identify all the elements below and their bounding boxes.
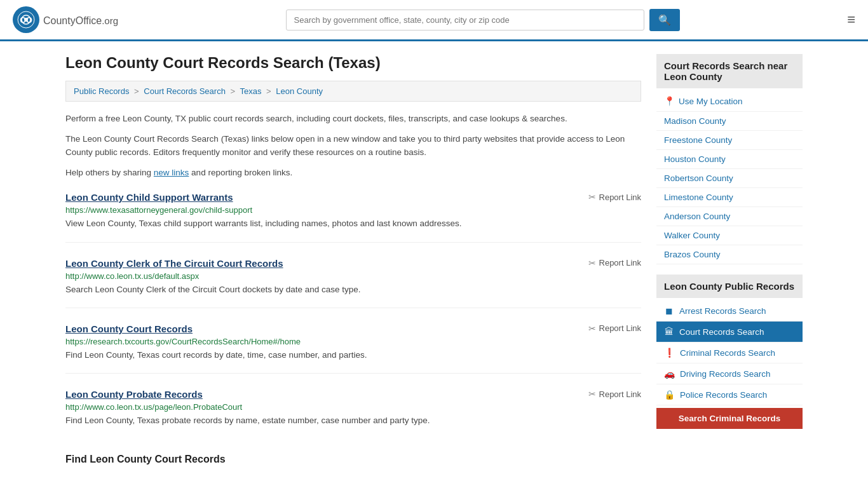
desc3-post: and reporting broken links. bbox=[189, 168, 292, 177]
driving-label: Driving Records Search bbox=[680, 369, 771, 379]
report-link-0[interactable]: ✂ Report Link bbox=[588, 192, 641, 202]
logo-name: CountyOffice bbox=[43, 15, 102, 26]
description-text-1: Perform a free Leon County, TX public co… bbox=[65, 112, 641, 126]
main-container: Leon County Court Records Search (Texas)… bbox=[53, 41, 815, 483]
sidebar-police-records[interactable]: 🔒 Police Records Search bbox=[656, 384, 803, 405]
public-records-section: Leon County Public Records ◼ Arrest Reco… bbox=[656, 274, 803, 429]
breadcrumb-sep1: > bbox=[134, 86, 139, 96]
sidebar: Court Records Search near Leon County 📍 … bbox=[656, 54, 803, 470]
search-area: 🔍 bbox=[286, 9, 680, 31]
report-icon-2: ✂ bbox=[588, 323, 596, 334]
search-input[interactable] bbox=[286, 10, 644, 30]
find-section-title: Find Leon County Court Records bbox=[65, 454, 641, 465]
description-area: Perform a free Leon County, TX public co… bbox=[65, 112, 641, 179]
arrest-icon: ◼ bbox=[664, 306, 674, 316]
svg-point-3 bbox=[24, 18, 28, 22]
nearby-section: Court Records Search near Leon County 📍 … bbox=[656, 54, 803, 264]
record-item-2: Leon County Court Records ✂ Report Link … bbox=[65, 323, 641, 374]
criminal-label: Criminal Records Search bbox=[680, 348, 775, 358]
record-title-1[interactable]: Leon County Clerk of The Circuit Court R… bbox=[65, 258, 283, 269]
report-icon-1: ✂ bbox=[588, 258, 596, 268]
report-label-1: Report Link bbox=[599, 258, 641, 268]
report-link-3[interactable]: ✂ Report Link bbox=[588, 389, 641, 399]
sidebar-court-records[interactable]: 🏛 Court Records Search bbox=[656, 322, 803, 342]
header: CO CountyOffice.org 🔍 ≡ bbox=[0, 0, 868, 41]
search-button[interactable]: 🔍 bbox=[649, 9, 680, 31]
report-link-2[interactable]: ✂ Report Link bbox=[588, 323, 641, 334]
report-label-3: Report Link bbox=[599, 390, 641, 399]
record-title-2[interactable]: Leon County Court Records bbox=[65, 323, 193, 334]
record-desc-0: View Leon County, Texas child support wa… bbox=[65, 217, 641, 230]
breadcrumb-public-records[interactable]: Public Records bbox=[74, 86, 129, 96]
records-list: Leon County Child Support Warrants ✂ Rep… bbox=[65, 192, 641, 438]
new-links-link[interactable]: new links bbox=[154, 168, 189, 177]
court-icon: 🏛 bbox=[664, 327, 674, 337]
criminal-search-button[interactable]: Search Criminal Records bbox=[656, 408, 803, 429]
report-label-0: Report Link bbox=[599, 193, 641, 202]
nearby-county-0[interactable]: Madison County bbox=[656, 112, 803, 131]
breadcrumb-leon-county[interactable]: Leon County bbox=[276, 86, 323, 96]
use-location-label: Use My Location bbox=[679, 97, 743, 106]
logo-area: CO CountyOffice.org bbox=[13, 6, 118, 33]
breadcrumb-sep2: > bbox=[231, 86, 236, 96]
record-desc-3: Find Leon County, Texas probate records … bbox=[65, 414, 641, 427]
nearby-county-4[interactable]: Limestone County bbox=[656, 188, 803, 207]
driving-icon: 🚗 bbox=[664, 369, 675, 379]
sidebar-driving-records[interactable]: 🚗 Driving Records Search bbox=[656, 363, 803, 384]
description-text-2: The Leon County Court Records Search (Te… bbox=[65, 132, 641, 159]
nearby-county-3[interactable]: Robertson County bbox=[656, 169, 803, 188]
record-url-0[interactable]: https://www.texasattorneygeneral.gov/chi… bbox=[65, 205, 641, 215]
report-icon-0: ✂ bbox=[588, 192, 596, 202]
breadcrumb-sep3: > bbox=[266, 86, 271, 96]
record-desc-2: Find Leon County, Texas court records by… bbox=[65, 349, 641, 362]
arrest-label: Arrest Records Search bbox=[679, 306, 766, 316]
report-label-2: Report Link bbox=[599, 323, 641, 333]
nearby-county-5[interactable]: Anderson County bbox=[656, 207, 803, 226]
record-title-row-0: Leon County Child Support Warrants ✂ Rep… bbox=[65, 192, 641, 203]
record-title-3[interactable]: Leon County Probate Records bbox=[65, 389, 203, 400]
nearby-county-7[interactable]: Brazos County bbox=[656, 245, 803, 264]
record-title-row-2: Leon County Court Records ✂ Report Link bbox=[65, 323, 641, 334]
report-icon-3: ✂ bbox=[588, 389, 596, 399]
record-url-3[interactable]: http://www.co.leon.tx.us/page/leon.Proba… bbox=[65, 402, 641, 412]
record-title-row-1: Leon County Clerk of The Circuit Court R… bbox=[65, 258, 641, 269]
police-label: Police Records Search bbox=[680, 390, 767, 400]
record-url-2[interactable]: https://research.txcourts.gov/CourtRecor… bbox=[65, 337, 641, 346]
record-item-0: Leon County Child Support Warrants ✂ Rep… bbox=[65, 192, 641, 242]
sidebar-criminal-records[interactable]: ❗ Criminal Records Search bbox=[656, 342, 803, 363]
nearby-county-6[interactable]: Walker County bbox=[656, 226, 803, 245]
record-title-row-3: Leon County Probate Records ✂ Report Lin… bbox=[65, 389, 641, 400]
location-icon: 📍 bbox=[664, 96, 675, 106]
page-title: Leon County Court Records Search (Texas) bbox=[65, 54, 641, 72]
menu-button[interactable]: ≡ bbox=[847, 13, 855, 27]
record-url-1[interactable]: http://www.co.leon.tx.us/default.aspx bbox=[65, 271, 641, 281]
sidebar-arrest-records[interactable]: ◼ Arrest Records Search bbox=[656, 301, 803, 322]
police-icon: 🔒 bbox=[664, 390, 675, 400]
breadcrumb: Public Records > Court Records Search > … bbox=[65, 81, 641, 102]
use-location-link[interactable]: 📍 Use My Location bbox=[656, 91, 803, 112]
record-desc-1: Search Leon County Clerk of the Circuit … bbox=[65, 283, 641, 296]
court-label: Court Records Search bbox=[679, 327, 764, 337]
public-records-header: Leon County Public Records bbox=[656, 274, 803, 298]
desc3-pre: Help others by sharing bbox=[65, 168, 154, 177]
record-item-1: Leon County Clerk of The Circuit Court R… bbox=[65, 258, 641, 308]
report-link-1[interactable]: ✂ Report Link bbox=[588, 258, 641, 268]
breadcrumb-court-records[interactable]: Court Records Search bbox=[144, 86, 226, 96]
breadcrumb-texas[interactable]: Texas bbox=[240, 86, 262, 96]
logo-suffix: .org bbox=[102, 15, 118, 26]
nearby-header: Court Records Search near Leon County bbox=[656, 54, 803, 88]
logo-text: CountyOffice.org bbox=[43, 13, 118, 27]
logo-icon: CO bbox=[13, 6, 39, 33]
record-item-3: Leon County Probate Records ✂ Report Lin… bbox=[65, 389, 641, 438]
nearby-county-1[interactable]: Freestone County bbox=[656, 131, 803, 150]
content-area: Leon County Court Records Search (Texas)… bbox=[65, 54, 641, 470]
description-text-3: Help others by sharing new links and rep… bbox=[65, 166, 641, 180]
find-section: Find Leon County Court Records bbox=[65, 454, 641, 465]
criminal-icon: ❗ bbox=[664, 348, 675, 358]
nearby-county-2[interactable]: Houston County bbox=[656, 150, 803, 169]
record-title-0[interactable]: Leon County Child Support Warrants bbox=[65, 192, 233, 203]
